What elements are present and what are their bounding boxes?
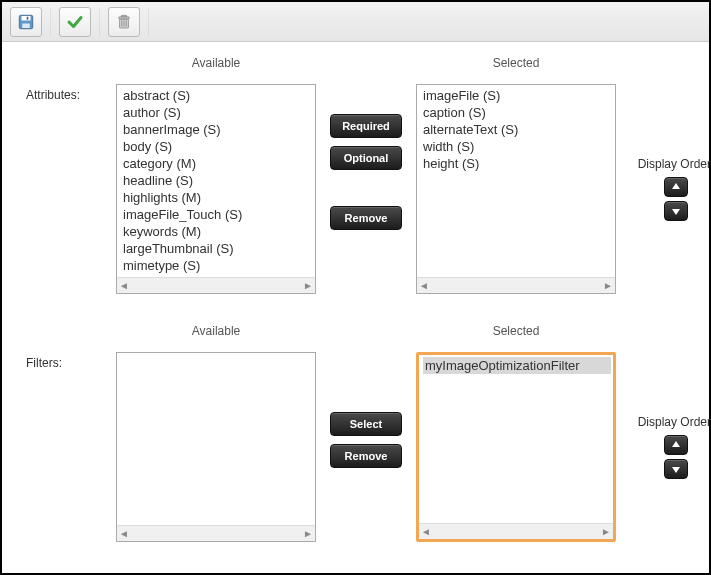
attributes-label: Attributes: <box>26 84 106 294</box>
toolbar <box>2 2 709 42</box>
filters-selected-listbox[interactable]: myImageOptimizationFilter ◄ ► <box>416 352 616 542</box>
list-item[interactable]: imageFile (S) <box>421 87 613 104</box>
filters-move-down-button[interactable] <box>664 459 688 479</box>
attributes-available-header: Available <box>116 56 316 70</box>
scroll-right-icon: ► <box>603 280 613 291</box>
scroll-left-icon: ◄ <box>119 528 129 539</box>
list-item[interactable]: caption (S) <box>421 104 613 121</box>
scroll-left-icon: ◄ <box>421 526 431 537</box>
h-scrollbar[interactable]: ◄ ► <box>419 523 613 539</box>
list-item[interactable]: imageFile_Touch (S) <box>121 206 313 223</box>
filters-action-buttons: Select Remove <box>326 352 406 542</box>
attributes-available-listbox[interactable]: abstract (S)author (S)bannerImage (S)bod… <box>116 84 316 294</box>
select-filter-button[interactable]: Select <box>330 412 402 436</box>
display-order-label: Display Order: <box>638 415 711 429</box>
scroll-right-icon: ► <box>303 528 313 539</box>
filters-order-controls: Display Order: <box>626 352 711 542</box>
attributes-section: Available Selected Attributes: abstract … <box>26 56 685 294</box>
svg-rect-3 <box>27 16 29 19</box>
display-order-label: Display Order: <box>638 157 711 171</box>
filters-available-header: Available <box>116 324 316 338</box>
list-item[interactable]: highlights (M) <box>121 189 313 206</box>
filters-available-listbox[interactable]: ◄ ► <box>116 352 316 542</box>
list-item[interactable]: alternateText (S) <box>421 121 613 138</box>
list-item[interactable]: myImageOptimizationFilter <box>423 357 611 374</box>
list-item[interactable]: headline (S) <box>121 172 313 189</box>
attributes-selected-header: Selected <box>416 56 616 70</box>
filters-label: Filters: <box>26 352 106 542</box>
arrow-down-icon <box>671 464 681 474</box>
filters-move-up-button[interactable] <box>664 435 688 455</box>
trash-icon <box>115 13 133 31</box>
list-item[interactable]: author (S) <box>121 104 313 121</box>
remove-filter-button[interactable]: Remove <box>330 444 402 468</box>
svg-rect-1 <box>22 16 31 21</box>
h-scrollbar[interactable]: ◄ ► <box>117 525 315 541</box>
save-button[interactable] <box>10 7 42 37</box>
arrow-up-icon <box>671 182 681 192</box>
list-item[interactable]: bannerImage (S) <box>121 121 313 138</box>
arrow-down-icon <box>671 206 681 216</box>
list-item[interactable]: abstract (S) <box>121 87 313 104</box>
arrow-up-icon <box>671 440 681 450</box>
delete-button[interactable] <box>108 7 140 37</box>
list-item[interactable]: keywords (M) <box>121 223 313 240</box>
filters-section: Available Selected Filters: ◄ ► Select R… <box>26 324 685 542</box>
list-item[interactable]: mimetype (S) <box>121 257 313 274</box>
confirm-button[interactable] <box>59 7 91 37</box>
required-button[interactable]: Required <box>330 114 402 138</box>
optional-button[interactable]: Optional <box>330 146 402 170</box>
attributes-action-buttons: Required Optional Remove <box>326 84 406 294</box>
list-item[interactable]: largeThumbnail (S) <box>121 240 313 257</box>
filters-selected-header: Selected <box>416 324 616 338</box>
toolbar-separator <box>50 8 51 36</box>
attributes-order-controls: Display Order: <box>626 84 711 294</box>
remove-attribute-button[interactable]: Remove <box>330 206 402 230</box>
list-item[interactable]: width (S) <box>421 138 613 155</box>
list-item[interactable]: body (S) <box>121 138 313 155</box>
h-scrollbar[interactable]: ◄ ► <box>117 277 315 293</box>
attributes-move-up-button[interactable] <box>664 177 688 197</box>
scroll-left-icon: ◄ <box>119 280 129 291</box>
attributes-move-down-button[interactable] <box>664 201 688 221</box>
toolbar-separator <box>99 8 100 36</box>
toolbar-separator <box>148 8 149 36</box>
list-item[interactable]: height (S) <box>421 155 613 172</box>
svg-rect-2 <box>22 23 30 28</box>
list-item[interactable]: category (M) <box>121 155 313 172</box>
scroll-right-icon: ► <box>303 280 313 291</box>
svg-rect-6 <box>122 15 127 17</box>
scroll-left-icon: ◄ <box>419 280 429 291</box>
check-icon <box>66 13 84 31</box>
h-scrollbar[interactable]: ◄ ► <box>417 277 615 293</box>
save-icon <box>17 13 35 31</box>
scroll-right-icon: ► <box>601 526 611 537</box>
attributes-selected-listbox[interactable]: imageFile (S)caption (S)alternateText (S… <box>416 84 616 294</box>
